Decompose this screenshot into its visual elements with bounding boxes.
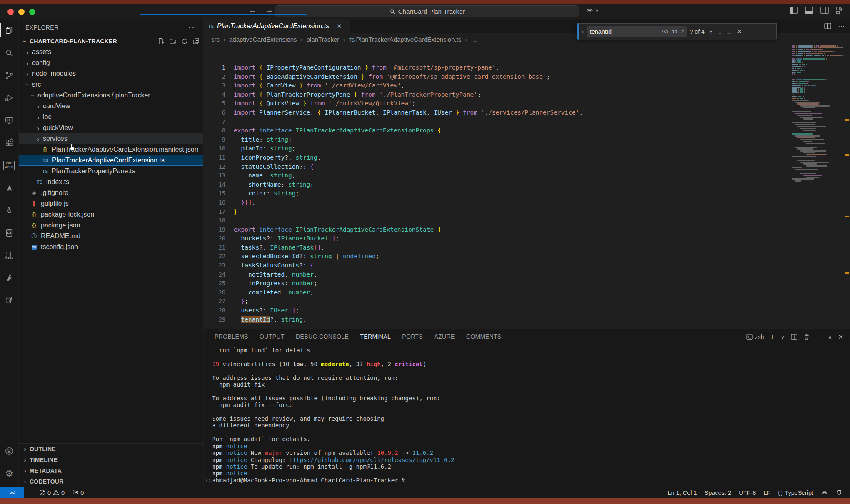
copilot-customize-icon[interactable] — [0, 289, 18, 312]
tree-item-src[interactable]: ›src — [19, 79, 203, 90]
eol-sequence[interactable]: LF — [760, 487, 774, 499]
breadcrumb-item-plantrackeradaptivecardextension-ts[interactable]: TS PlanTrackerAdaptiveCardExtension.ts — [349, 36, 461, 43]
whole-word-icon[interactable]: ab — [671, 29, 677, 35]
azure-icon[interactable] — [0, 177, 18, 199]
breadcrumb-item-src[interactable]: src — [211, 36, 220, 43]
tree-item-plantrackerpropertypane-ts[interactable]: TSPlanTrackerPropertyPane.ts — [19, 166, 203, 177]
panel-tab-azure[interactable]: AZURE — [434, 329, 455, 344]
feedback-status[interactable]: 0 — [68, 487, 88, 499]
toggle-replace-icon[interactable]: › — [582, 28, 584, 35]
panel-tab-problems[interactable]: PROBLEMS — [215, 329, 248, 344]
split-editor-icon[interactable] — [824, 23, 831, 29]
tree-item-plantrackeradaptivecardextension-manifest-json[interactable]: {}PlanTrackerAdaptiveCardExtension.manif… — [19, 144, 203, 155]
tab-plantrackeradaptivecardextension[interactable]: TS PlanTrackerAdaptiveCardExtension.ts ✕ — [204, 19, 350, 33]
pnp-spfx-icon[interactable]: PnPSPFx — [0, 154, 18, 177]
panel-tab-terminal[interactable]: TERMINAL — [360, 329, 391, 344]
error-icon — [39, 489, 45, 496]
maximize-panel-icon[interactable]: ∧ — [828, 334, 832, 340]
breadcrumb-item-plantracker[interactable]: planTracker — [307, 36, 340, 43]
breadcrumb-item-[interactable]: … — [471, 36, 477, 43]
copilot-status[interactable] — [817, 487, 832, 499]
refresh-icon[interactable] — [181, 38, 188, 45]
customize-layout-icon[interactable] — [836, 7, 844, 14]
copilot-menu-button[interactable]: ∨ — [586, 7, 599, 15]
run-debug-icon[interactable] — [0, 87, 18, 109]
terminal-instance[interactable]: zsh — [746, 334, 764, 340]
power-platform-icon[interactable] — [0, 267, 18, 289]
explorer-icon[interactable] — [0, 19, 18, 42]
find-input[interactable]: tenantId Aa ab .* — [588, 26, 687, 37]
close-window-button[interactable] — [8, 9, 14, 15]
close-find-icon[interactable]: ✕ — [737, 28, 742, 35]
tree-item-package-json[interactable]: {}package.json — [19, 220, 203, 231]
next-match-icon[interactable]: ↓ — [718, 28, 722, 35]
search-icon[interactable] — [0, 42, 18, 64]
encoding[interactable]: UTF-8 — [735, 487, 760, 499]
hand-icon[interactable] — [0, 199, 18, 222]
new-folder-icon[interactable] — [170, 38, 176, 45]
problems-status[interactable]: 0 0 — [35, 487, 68, 499]
new-terminal-icon[interactable]: + — [770, 332, 775, 342]
indentation[interactable]: Spaces: 2 — [701, 487, 735, 499]
project-section-header[interactable]: › CHARTCARD-PLAN-TRACKER — [19, 36, 203, 47]
remote-explorer-icon[interactable] — [0, 109, 18, 132]
close-tab-icon[interactable]: ✕ — [337, 22, 342, 30]
new-file-icon[interactable] — [158, 38, 165, 45]
panel-tab-comments[interactable]: COMMENTS — [466, 329, 502, 344]
panel-tab-output[interactable]: OUTPUT — [260, 329, 285, 344]
section-codetour[interactable]: ›CODETOUR — [19, 476, 203, 487]
tree-item-tsconfig-json[interactable]: tstsconfig.json — [19, 242, 203, 252]
terminal-output[interactable]: run `npm fund` for details 99 vulnerabil… — [212, 347, 846, 485]
tree-item-package-lock-json[interactable]: {}package-lock.json — [19, 209, 203, 220]
tree-item-cardview[interactable]: ›cardView — [19, 101, 203, 112]
account-icon[interactable] — [0, 440, 18, 462]
toggle-primary-sidebar-icon[interactable] — [790, 7, 798, 14]
tree-item-node-modules[interactable]: ›node_modules — [19, 68, 203, 79]
zoom-window-button[interactable] — [29, 9, 35, 15]
toggle-panel-icon[interactable] — [805, 7, 813, 14]
panel-tab-ports[interactable]: PORTS — [402, 329, 423, 344]
tree-item-gitignore[interactable]: ◈.gitignore — [19, 187, 203, 198]
command-center-search[interactable]: ChartCard-Plan-Tracker — [275, 5, 579, 17]
tree-item-readme-md[interactable]: ⓘREADME.md — [19, 231, 203, 242]
editor-more-icon[interactable]: ⋯ — [838, 22, 845, 30]
tree-item-gulpfile-js[interactable]: gulpfile.js — [19, 198, 203, 209]
section-outline[interactable]: ›OUTLINE — [19, 443, 203, 454]
find-in-selection-icon[interactable]: ≡ — [728, 28, 731, 35]
section-timeline[interactable]: ›TIMELINE — [19, 454, 203, 465]
tree-item-plantrackeradaptivecardextension-ts[interactable]: TSPlanTrackerAdaptiveCardExtension.ts — [19, 155, 203, 166]
extensions-icon[interactable] — [0, 132, 18, 154]
cursor-position[interactable]: Ln 1, Col 1 — [664, 487, 700, 499]
panel-tab-debug-console[interactable]: DEBUG CONSOLE — [296, 329, 349, 344]
tree-item-quickview[interactable]: ›quickView — [19, 122, 203, 133]
source-control-icon[interactable] — [0, 64, 18, 87]
panel-more-icon[interactable]: ⋯ — [816, 333, 822, 341]
close-panel-icon[interactable]: ✕ — [838, 333, 843, 341]
m365-icon[interactable]: >M365 — [0, 244, 18, 267]
remote-indicator[interactable]: >< — [0, 487, 24, 499]
tree-item-index-ts[interactable]: TSindex.ts — [19, 177, 203, 187]
preview-doc-icon[interactable] — [0, 222, 18, 244]
section-metadata[interactable]: ›METADATA — [19, 465, 203, 476]
breadcrumb-item-adaptivecardextensions[interactable]: adaptiveCardExtensions — [229, 36, 297, 43]
settings-icon[interactable]: ⚙ — [0, 462, 18, 485]
tree-item-config[interactable]: ›config — [19, 57, 203, 68]
terminal-dropdown-icon[interactable]: ∨ — [781, 334, 785, 340]
kill-terminal-icon[interactable] — [804, 334, 810, 340]
tree-item-adaptivecardextensions-plantracker[interactable]: ›adaptiveCardExtensions / planTracker — [19, 90, 203, 101]
split-terminal-icon[interactable] — [791, 334, 798, 340]
toggle-secondary-sidebar-icon[interactable] — [820, 7, 829, 14]
language-mode[interactable]: { } TypeScript — [774, 487, 817, 499]
notifications-bell[interactable] — [832, 487, 846, 499]
minimize-window-button[interactable] — [18, 9, 25, 15]
match-case-icon[interactable]: Aa — [662, 29, 668, 35]
tree-item-services[interactable]: ›services — [19, 133, 203, 144]
regex-icon[interactable]: .* — [680, 29, 684, 35]
collapse-folders-icon[interactable] — [193, 38, 200, 45]
tree-item-assets[interactable]: ›assets — [19, 47, 203, 57]
views-more-icon[interactable]: ··· — [188, 24, 196, 31]
previous-match-icon[interactable]: ↑ — [710, 28, 713, 35]
minimap[interactable] — [792, 45, 844, 329]
code-editor[interactable]: 1import { IPropertyPaneConfiguration } f… — [204, 45, 850, 329]
tree-item-loc[interactable]: ›loc — [19, 112, 203, 122]
